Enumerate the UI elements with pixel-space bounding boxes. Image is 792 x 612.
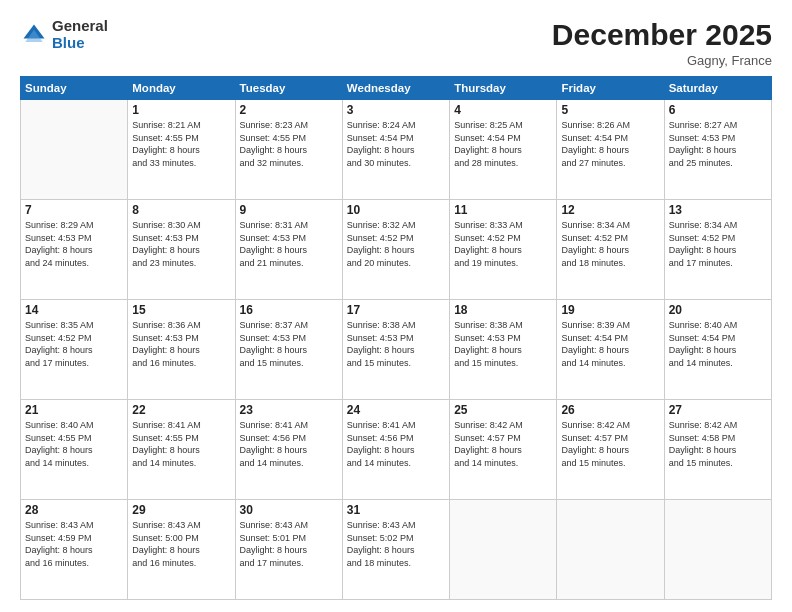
day-number: 6 — [669, 103, 767, 117]
calendar-cell: 3Sunrise: 8:24 AMSunset: 4:54 PMDaylight… — [342, 100, 449, 200]
calendar-cell: 7Sunrise: 8:29 AMSunset: 4:53 PMDaylight… — [21, 200, 128, 300]
calendar-cell — [557, 500, 664, 600]
day-number: 1 — [132, 103, 230, 117]
calendar-cell: 22Sunrise: 8:41 AMSunset: 4:55 PMDayligh… — [128, 400, 235, 500]
calendar-cell — [664, 500, 771, 600]
day-info: Sunrise: 8:42 AMSunset: 4:57 PMDaylight:… — [561, 419, 659, 469]
location: Gagny, France — [552, 53, 772, 68]
day-number: 19 — [561, 303, 659, 317]
calendar-cell: 29Sunrise: 8:43 AMSunset: 5:00 PMDayligh… — [128, 500, 235, 600]
calendar-table: SundayMondayTuesdayWednesdayThursdayFrid… — [20, 76, 772, 600]
month-title: December 2025 — [552, 18, 772, 51]
day-info: Sunrise: 8:31 AMSunset: 4:53 PMDaylight:… — [240, 219, 338, 269]
day-number: 11 — [454, 203, 552, 217]
day-number: 2 — [240, 103, 338, 117]
day-info: Sunrise: 8:43 AMSunset: 4:59 PMDaylight:… — [25, 519, 123, 569]
weekday-header: Wednesday — [342, 77, 449, 100]
title-block: December 2025 Gagny, France — [552, 18, 772, 68]
calendar-week-row: 7Sunrise: 8:29 AMSunset: 4:53 PMDaylight… — [21, 200, 772, 300]
day-number: 7 — [25, 203, 123, 217]
day-number: 13 — [669, 203, 767, 217]
day-info: Sunrise: 8:33 AMSunset: 4:52 PMDaylight:… — [454, 219, 552, 269]
logo: General Blue — [20, 18, 108, 51]
day-info: Sunrise: 8:40 AMSunset: 4:55 PMDaylight:… — [25, 419, 123, 469]
calendar-cell: 20Sunrise: 8:40 AMSunset: 4:54 PMDayligh… — [664, 300, 771, 400]
calendar-cell: 5Sunrise: 8:26 AMSunset: 4:54 PMDaylight… — [557, 100, 664, 200]
calendar-cell: 10Sunrise: 8:32 AMSunset: 4:52 PMDayligh… — [342, 200, 449, 300]
day-info: Sunrise: 8:30 AMSunset: 4:53 PMDaylight:… — [132, 219, 230, 269]
calendar-cell: 16Sunrise: 8:37 AMSunset: 4:53 PMDayligh… — [235, 300, 342, 400]
day-info: Sunrise: 8:41 AMSunset: 4:55 PMDaylight:… — [132, 419, 230, 469]
calendar-cell: 8Sunrise: 8:30 AMSunset: 4:53 PMDaylight… — [128, 200, 235, 300]
day-info: Sunrise: 8:34 AMSunset: 4:52 PMDaylight:… — [561, 219, 659, 269]
day-info: Sunrise: 8:38 AMSunset: 4:53 PMDaylight:… — [454, 319, 552, 369]
day-info: Sunrise: 8:25 AMSunset: 4:54 PMDaylight:… — [454, 119, 552, 169]
calendar-cell: 23Sunrise: 8:41 AMSunset: 4:56 PMDayligh… — [235, 400, 342, 500]
weekday-header: Sunday — [21, 77, 128, 100]
weekday-header: Friday — [557, 77, 664, 100]
day-number: 18 — [454, 303, 552, 317]
day-number: 12 — [561, 203, 659, 217]
weekday-header-row: SundayMondayTuesdayWednesdayThursdayFrid… — [21, 77, 772, 100]
day-number: 30 — [240, 503, 338, 517]
day-number: 21 — [25, 403, 123, 417]
day-info: Sunrise: 8:24 AMSunset: 4:54 PMDaylight:… — [347, 119, 445, 169]
day-info: Sunrise: 8:38 AMSunset: 4:53 PMDaylight:… — [347, 319, 445, 369]
day-number: 17 — [347, 303, 445, 317]
day-info: Sunrise: 8:23 AMSunset: 4:55 PMDaylight:… — [240, 119, 338, 169]
day-info: Sunrise: 8:32 AMSunset: 4:52 PMDaylight:… — [347, 219, 445, 269]
day-info: Sunrise: 8:36 AMSunset: 4:53 PMDaylight:… — [132, 319, 230, 369]
calendar-cell: 21Sunrise: 8:40 AMSunset: 4:55 PMDayligh… — [21, 400, 128, 500]
calendar-cell: 4Sunrise: 8:25 AMSunset: 4:54 PMDaylight… — [450, 100, 557, 200]
day-number: 8 — [132, 203, 230, 217]
calendar-page: General Blue December 2025 Gagny, France… — [0, 0, 792, 612]
day-info: Sunrise: 8:29 AMSunset: 4:53 PMDaylight:… — [25, 219, 123, 269]
calendar-cell: 30Sunrise: 8:43 AMSunset: 5:01 PMDayligh… — [235, 500, 342, 600]
day-info: Sunrise: 8:41 AMSunset: 4:56 PMDaylight:… — [347, 419, 445, 469]
day-info: Sunrise: 8:40 AMSunset: 4:54 PMDaylight:… — [669, 319, 767, 369]
weekday-header: Monday — [128, 77, 235, 100]
calendar-cell — [21, 100, 128, 200]
calendar-cell: 9Sunrise: 8:31 AMSunset: 4:53 PMDaylight… — [235, 200, 342, 300]
day-number: 27 — [669, 403, 767, 417]
day-number: 28 — [25, 503, 123, 517]
weekday-header: Saturday — [664, 77, 771, 100]
calendar-cell: 28Sunrise: 8:43 AMSunset: 4:59 PMDayligh… — [21, 500, 128, 600]
day-number: 9 — [240, 203, 338, 217]
day-number: 16 — [240, 303, 338, 317]
day-number: 20 — [669, 303, 767, 317]
header: General Blue December 2025 Gagny, France — [20, 18, 772, 68]
day-info: Sunrise: 8:39 AMSunset: 4:54 PMDaylight:… — [561, 319, 659, 369]
day-number: 22 — [132, 403, 230, 417]
calendar-cell: 6Sunrise: 8:27 AMSunset: 4:53 PMDaylight… — [664, 100, 771, 200]
calendar-week-row: 21Sunrise: 8:40 AMSunset: 4:55 PMDayligh… — [21, 400, 772, 500]
calendar-cell: 24Sunrise: 8:41 AMSunset: 4:56 PMDayligh… — [342, 400, 449, 500]
day-info: Sunrise: 8:26 AMSunset: 4:54 PMDaylight:… — [561, 119, 659, 169]
calendar-cell: 25Sunrise: 8:42 AMSunset: 4:57 PMDayligh… — [450, 400, 557, 500]
calendar-cell: 19Sunrise: 8:39 AMSunset: 4:54 PMDayligh… — [557, 300, 664, 400]
day-number: 15 — [132, 303, 230, 317]
day-info: Sunrise: 8:35 AMSunset: 4:52 PMDaylight:… — [25, 319, 123, 369]
day-number: 24 — [347, 403, 445, 417]
day-number: 25 — [454, 403, 552, 417]
day-info: Sunrise: 8:41 AMSunset: 4:56 PMDaylight:… — [240, 419, 338, 469]
day-info: Sunrise: 8:43 AMSunset: 5:01 PMDaylight:… — [240, 519, 338, 569]
weekday-header: Thursday — [450, 77, 557, 100]
day-number: 3 — [347, 103, 445, 117]
day-number: 14 — [25, 303, 123, 317]
day-number: 26 — [561, 403, 659, 417]
calendar-week-row: 1Sunrise: 8:21 AMSunset: 4:55 PMDaylight… — [21, 100, 772, 200]
calendar-cell: 31Sunrise: 8:43 AMSunset: 5:02 PMDayligh… — [342, 500, 449, 600]
day-info: Sunrise: 8:21 AMSunset: 4:55 PMDaylight:… — [132, 119, 230, 169]
weekday-header: Tuesday — [235, 77, 342, 100]
day-number: 29 — [132, 503, 230, 517]
calendar-cell: 26Sunrise: 8:42 AMSunset: 4:57 PMDayligh… — [557, 400, 664, 500]
calendar-cell: 2Sunrise: 8:23 AMSunset: 4:55 PMDaylight… — [235, 100, 342, 200]
day-info: Sunrise: 8:27 AMSunset: 4:53 PMDaylight:… — [669, 119, 767, 169]
calendar-week-row: 28Sunrise: 8:43 AMSunset: 4:59 PMDayligh… — [21, 500, 772, 600]
calendar-cell: 13Sunrise: 8:34 AMSunset: 4:52 PMDayligh… — [664, 200, 771, 300]
day-info: Sunrise: 8:42 AMSunset: 4:57 PMDaylight:… — [454, 419, 552, 469]
day-info: Sunrise: 8:43 AMSunset: 5:00 PMDaylight:… — [132, 519, 230, 569]
calendar-cell: 1Sunrise: 8:21 AMSunset: 4:55 PMDaylight… — [128, 100, 235, 200]
day-info: Sunrise: 8:42 AMSunset: 4:58 PMDaylight:… — [669, 419, 767, 469]
